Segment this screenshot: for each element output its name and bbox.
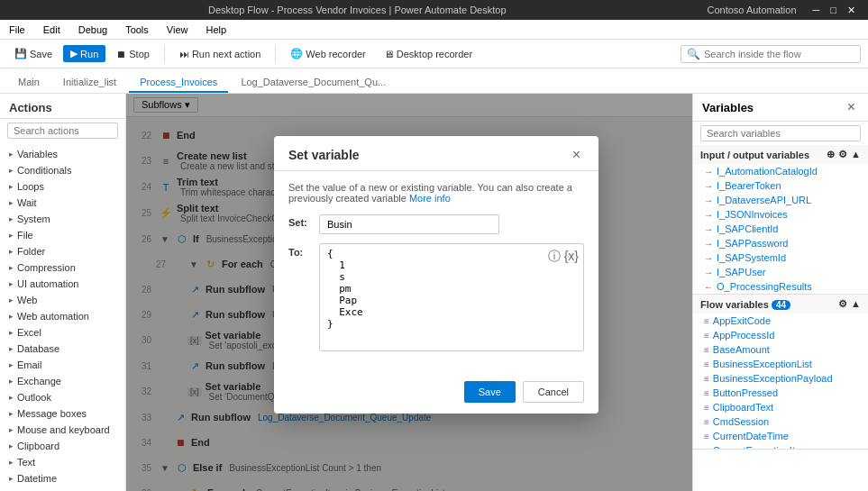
sidebar-item-text[interactable]: ▸Text [0,454,125,470]
list-item[interactable]: →I_DataverseAPI_URL [693,193,868,207]
list-item[interactable]: ≡CurrentDateTime [693,429,868,443]
list-item[interactable]: →I_JSONInvoices [693,207,868,222]
sidebar-item-exchange[interactable]: ▸Exchange [0,373,125,389]
list-item[interactable]: ≡AppExitCode [693,314,868,328]
sidebar-item-email[interactable]: ▸Email [0,357,125,373]
sidebar-item-pdf[interactable]: ▸PDF [0,486,125,491]
filter-icon[interactable]: ⚙ [838,149,847,160]
var-arrow-icon: → [704,181,713,191]
arrow-icon: ▸ [9,150,14,159]
stop-button[interactable]: ⏹ Stop [109,46,157,62]
close-btn[interactable]: ✕ [842,5,861,16]
tab-main[interactable]: Main [7,73,50,93]
tab-log-dataverse[interactable]: Log_Dataverse_Document_Qu... [230,73,397,93]
info-btn[interactable]: ⓘ [546,247,562,267]
sidebar-item-web[interactable]: ▸Web [0,292,125,308]
sidebar-item-database[interactable]: ▸Database [0,341,125,357]
list-item[interactable]: →I_SAPPassword [693,236,868,250]
sidebar-item-clipboard[interactable]: ▸Clipboard [0,438,125,454]
sidebar-item-ui-automation[interactable]: ▸UI automation [0,276,125,292]
input-output-section-header[interactable]: Input / output variables ⊕ ⚙ ▲ [693,145,868,164]
var-icon: ≡ [704,374,709,384]
list-item[interactable]: ≡CmdSession [693,414,868,429]
arrow-icon: ▸ [9,231,14,240]
sidebar-item-message-boxes[interactable]: ▸Message boxes [0,405,125,422]
variables-panel-close[interactable]: × [844,99,859,115]
sidebar-item-excel[interactable]: ▸Excel [0,324,125,341]
list-item[interactable]: ≡ButtonPressed [693,386,868,400]
tab-initialize-list[interactable]: Initialize_list [52,73,127,93]
run-next-button[interactable]: ⏭ Run next action [172,46,268,62]
sidebar-item-file[interactable]: ▸File [0,227,125,243]
var-icon: ≡ [704,417,709,427]
list-item[interactable]: ≡AppProcessId [693,328,868,342]
set-variable-modal: Set variable × Set the value of a new or… [274,136,598,414]
modal-close-button[interactable]: × [569,147,584,163]
save-button[interactable]: 💾 Save [7,45,59,62]
actions-search-input[interactable] [7,123,118,139]
sidebar-item-system[interactable]: ▸System [0,211,125,227]
list-item[interactable]: ≡CurrentExceptionItem [693,443,868,449]
desktop-recorder-button[interactable]: 🖥 Desktop recorder [377,46,480,62]
tab-process-invoices[interactable]: Process_Invoices [129,73,228,93]
flow-area: Subflows ▾ 22 ⏹ End 23 ≡ Create new list [126,94,692,491]
list-item[interactable]: ←O_ProcessingResults [693,279,868,294]
list-item[interactable]: →I_SAPUser [693,265,868,279]
variable-picker-btn[interactable]: {x} [562,247,580,265]
arrow-icon: ▸ [9,312,14,321]
sidebar-item-conditionals[interactable]: ▸Conditionals [0,162,125,178]
variables-search-input[interactable] [700,125,861,141]
sidebar-item-mouse-keyboard[interactable]: ▸Mouse and keyboard [0,422,125,438]
list-item[interactable]: ≡BaseAmount [693,342,868,357]
minimize-btn[interactable]: ─ [808,5,826,15]
list-item[interactable]: ≡ClipboardText [693,400,868,414]
arrow-icon: ▸ [9,296,14,305]
list-item[interactable]: →I_BearerToken [693,178,868,193]
menu-help[interactable]: Help [202,23,230,37]
sidebar-item-folder[interactable]: ▸Folder [0,243,125,259]
sidebar-item-variables[interactable]: ▸Variables [0,146,125,162]
sidebar-item-loops[interactable]: ▸Loops [0,178,125,195]
var-icon: ≡ [704,446,709,450]
modal-save-button[interactable]: Save [464,381,516,403]
sidebar-item-compression[interactable]: ▸Compression [0,259,125,276]
flow-vars-list: ≡AppExitCode ≡AppProcessId ≡BaseAmount ≡… [693,314,868,449]
arrow-icon: ▸ [9,425,14,434]
list-item[interactable]: →I_SAPSystemId [693,250,868,265]
web-recorder-icon: 🌐 [290,48,303,59]
add-var-icon[interactable]: ⊕ [827,149,835,160]
menu-tools[interactable]: Tools [122,23,152,37]
menu-debug[interactable]: Debug [75,23,111,37]
flow-search-input[interactable] [704,49,854,59]
arrow-icon: ▸ [9,409,14,418]
run-button[interactable]: ▶ Run [63,45,105,62]
actions-tree: ▸Variables ▸Conditionals ▸Loops ▸Wait ▸S… [0,142,125,491]
maximize-btn[interactable]: □ [825,5,842,15]
list-item[interactable]: ≡BusinessExceptionList [693,357,868,371]
sidebar-item-wait[interactable]: ▸Wait [0,195,125,211]
arrow-icon: ▸ [9,360,14,369]
collapse-io-icon[interactable]: ▲ [851,149,861,160]
list-item[interactable]: →I_SAPClientId [693,222,868,236]
filter-flow-vars-icon[interactable]: ⚙ [838,298,847,310]
to-label: To: [288,243,315,258]
stop-icon: ⏹ [116,49,126,59]
more-info-link[interactable]: More info [409,193,451,204]
list-item[interactable]: →I_AutomationCatalogId [693,164,868,178]
list-item[interactable]: ≡BusinessExceptionPayload [693,371,868,386]
to-value-textarea[interactable]: { 1 s pm Pap Exce } [319,243,584,351]
sidebar-item-web-automation[interactable]: ▸Web automation [0,308,125,324]
modal-cancel-button[interactable]: Cancel [523,381,584,403]
flow-variables-section-header[interactable]: Flow variables 44 ⚙ ▲ [693,295,868,314]
collapse-flow-vars-icon[interactable]: ▲ [851,298,861,310]
web-recorder-button[interactable]: 🌐 Web recorder [283,45,372,62]
var-icon: ≡ [704,316,709,326]
menu-edit[interactable]: Edit [40,23,64,37]
var-name: O_ProcessingResults [717,281,812,292]
menu-view[interactable]: View [163,23,192,37]
sidebar-item-outlook[interactable]: ▸Outlook [0,389,125,405]
sidebar-item-datetime[interactable]: ▸Datetime [0,470,125,486]
menu-file[interactable]: File [5,23,29,37]
set-variable-input[interactable] [319,214,499,234]
input-output-section: Input / output variables ⊕ ⚙ ▲ →I_Automa… [693,145,868,295]
